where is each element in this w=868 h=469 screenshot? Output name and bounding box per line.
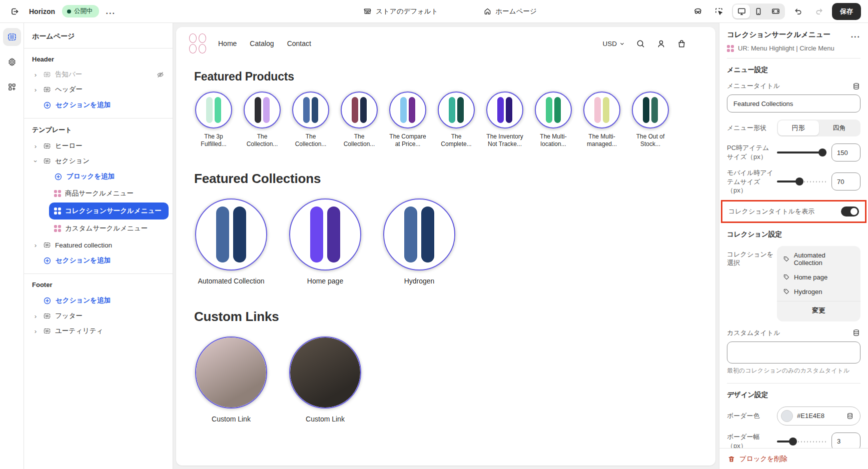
- page-selector[interactable]: ホームページ: [483, 7, 537, 16]
- chevron-right-icon[interactable]: ›: [32, 328, 39, 335]
- section-select-icon[interactable]: [711, 4, 727, 19]
- store-logo[interactable]: [189, 34, 206, 54]
- storefront-preview[interactable]: Home Catalog Contact USD Featured Produc…: [176, 27, 715, 466]
- product-circle[interactable]: [583, 92, 620, 128]
- product-circle-label: The Collection...: [291, 133, 330, 148]
- custom-link-circle-item[interactable]: Custom Link: [288, 336, 362, 424]
- exit-editor-icon[interactable]: [7, 4, 22, 19]
- nav-link[interactable]: Catalog: [250, 40, 274, 48]
- apps-icon[interactable]: [3, 78, 21, 96]
- account-icon[interactable]: [656, 39, 666, 48]
- mobile-item-size-slider[interactable]: [777, 178, 826, 186]
- custom-title-input[interactable]: [727, 342, 860, 364]
- sections-panel-icon[interactable]: [3, 28, 21, 46]
- product-circle-item[interactable]: The Multi-location...: [534, 92, 573, 148]
- add-section-header-button[interactable]: セクションを追加: [28, 97, 169, 113]
- currency-selector[interactable]: USD: [602, 40, 625, 48]
- collection-circle[interactable]: [289, 198, 361, 270]
- add-section-template-button[interactable]: セクションを追加: [28, 252, 169, 268]
- pc-item-size-slider[interactable]: [777, 148, 826, 156]
- nav-link[interactable]: Contact: [287, 40, 311, 48]
- product-circle[interactable]: [438, 92, 475, 128]
- product-circle-item[interactable]: The Collection...: [340, 92, 379, 148]
- store-context-selector[interactable]: ストアのデフォルト: [363, 7, 438, 16]
- product-circle[interactable]: [535, 92, 572, 128]
- sidebar-item-hero[interactable]: › ヒーロー: [28, 138, 169, 154]
- product-circle-item[interactable]: The 3p Fulfilled...: [194, 92, 233, 148]
- nav-link[interactable]: Home: [218, 40, 237, 48]
- change-collections-button[interactable]: 変更: [777, 301, 860, 320]
- fullwidth-view-button[interactable]: [767, 4, 784, 18]
- custom-link-circle-item[interactable]: Custom Link: [194, 336, 268, 424]
- storefront-icon: [363, 7, 372, 16]
- menu-title-input[interactable]: [727, 94, 860, 112]
- redo-icon[interactable]: [811, 4, 827, 19]
- product-circle[interactable]: [632, 92, 669, 128]
- dynamic-source-icon[interactable]: [852, 328, 860, 337]
- chevron-right-icon[interactable]: ›: [32, 142, 39, 150]
- product-circle[interactable]: [292, 92, 329, 128]
- product-circle-item[interactable]: The Compare at Price...: [388, 92, 427, 148]
- product-circle-item[interactable]: The Multi-managed...: [582, 92, 621, 148]
- product-circle[interactable]: [389, 92, 426, 128]
- product-circle[interactable]: [341, 92, 378, 128]
- cart-icon[interactable]: [677, 39, 686, 48]
- chevron-right-icon[interactable]: ›: [32, 312, 39, 320]
- border-width-slider[interactable]: [777, 438, 826, 446]
- theme-more-menu-button[interactable]: ...: [106, 7, 116, 16]
- sidebar-page-title: ホームページ: [24, 23, 173, 48]
- undo-icon[interactable]: [790, 4, 806, 19]
- desktop-view-button[interactable]: [733, 4, 750, 18]
- dynamic-source-icon[interactable]: [852, 82, 860, 90]
- shape-square-option[interactable]: 四角: [819, 120, 860, 136]
- sidebar-block-item[interactable]: 商品サークルメニュー: [49, 185, 169, 202]
- collection-circle-item[interactable]: Hydrogen: [382, 198, 456, 286]
- dynamic-source-icon[interactable]: [846, 412, 854, 420]
- collection-circle[interactable]: [383, 198, 455, 270]
- product-circle[interactable]: [195, 92, 232, 128]
- sidebar-item-featured-collection[interactable]: › Featured collection: [28, 238, 169, 252]
- mobile-item-size-input[interactable]: [831, 172, 860, 190]
- panel-more-menu-button[interactable]: ...: [851, 30, 860, 40]
- product-circle[interactable]: [486, 92, 523, 128]
- product-circle-item[interactable]: The Inventory Not Tracke...: [485, 92, 524, 148]
- mobile-view-button[interactable]: [750, 4, 767, 18]
- search-icon[interactable]: [636, 39, 645, 48]
- add-block-button[interactable]: ブロックを追加: [28, 168, 169, 184]
- theme-settings-icon[interactable]: [3, 53, 21, 71]
- border-color-picker[interactable]: #E1E4E8: [777, 406, 860, 426]
- border-width-input[interactable]: [831, 432, 860, 448]
- product-circle-item[interactable]: The Collection...: [291, 92, 330, 148]
- preview-inspector-icon[interactable]: [690, 4, 706, 19]
- add-section-footer-button[interactable]: セクションを追加: [28, 292, 169, 308]
- product-circle-item[interactable]: The Out of Stock...: [631, 92, 670, 148]
- sidebar-item-section[interactable]: › セクション: [28, 154, 169, 168]
- chevron-down-icon[interactable]: ›: [32, 158, 40, 164]
- collection-circle[interactable]: [195, 198, 267, 270]
- sidebar-item-announcement-bar[interactable]: › 告知バー: [28, 67, 169, 82]
- highlighted-setting: コレクションタイトルを表示: [721, 200, 866, 223]
- product-circle-item[interactable]: The Complete...: [437, 92, 476, 148]
- product-circle[interactable]: [244, 92, 281, 128]
- chevron-right-icon[interactable]: ›: [32, 71, 39, 78]
- collection-circle-item[interactable]: Automated Collection: [194, 198, 268, 286]
- sidebar-item-utility[interactable]: › ユーティリティ: [28, 324, 169, 338]
- border-width-label: ボーダー幅（px）: [727, 432, 777, 448]
- sidebar-item-footer[interactable]: › フッター: [28, 308, 169, 324]
- chevron-right-icon[interactable]: ›: [32, 242, 39, 249]
- sidebar-block-item[interactable]: コレクションサークルメニュー: [49, 202, 169, 220]
- save-button[interactable]: 保存: [832, 3, 861, 20]
- product-circle-item[interactable]: The Collection...: [243, 92, 282, 148]
- custom-title-help: 最初のコレクションのみのカスタムタイトル: [727, 366, 860, 375]
- sidebar-block-item[interactable]: カスタムサークルメニュー: [49, 220, 169, 237]
- eye-off-icon[interactable]: [156, 70, 165, 79]
- collection-circle-item[interactable]: Home page: [288, 198, 362, 286]
- chevron-right-icon[interactable]: ›: [32, 86, 39, 94]
- sidebar-item-header[interactable]: › ヘッダー: [28, 82, 169, 97]
- delete-block-button[interactable]: ブロックを削除: [719, 448, 868, 469]
- custom-link-circle[interactable]: [195, 336, 267, 408]
- shape-circle-option[interactable]: 円形: [778, 120, 819, 136]
- custom-link-circle[interactable]: [289, 336, 361, 408]
- pc-item-size-input[interactable]: [831, 144, 860, 162]
- show-collection-title-toggle[interactable]: [841, 206, 859, 216]
